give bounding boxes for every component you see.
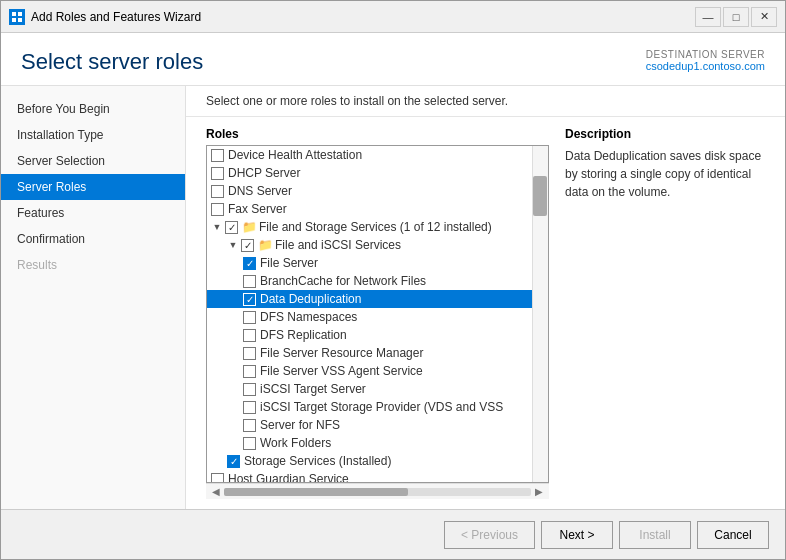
role-label: Work Folders: [260, 436, 331, 450]
checkbox-file-storage[interactable]: [225, 221, 238, 234]
footer: < Previous Next > Install Cancel: [1, 509, 785, 559]
list-item[interactable]: Storage Services (Installed): [207, 452, 532, 470]
role-label: Data Deduplication: [260, 292, 361, 306]
role-label: Host Guardian Service: [228, 472, 349, 483]
expand-icon[interactable]: ▼: [227, 239, 239, 251]
role-label: BranchCache for Network Files: [260, 274, 426, 288]
main-content: Select one or more roles to install on t…: [186, 86, 785, 509]
sidebar: Before You Begin Installation Type Serve…: [1, 86, 186, 509]
role-label: Fax Server: [228, 202, 287, 216]
checkbox-host-guardian[interactable]: [211, 473, 224, 484]
page-title: Select server roles: [21, 49, 203, 75]
window-controls: — □ ✕: [695, 7, 777, 27]
list-item[interactable]: File Server VSS Agent Service: [207, 362, 532, 380]
window-title: Add Roles and Features Wizard: [31, 10, 695, 24]
sidebar-item-server-roles[interactable]: Server Roles: [1, 174, 185, 200]
content-body: Roles Device Health Attestation: [186, 117, 785, 509]
checkbox-storage-services[interactable]: [227, 455, 240, 468]
checkbox-file-iscsi[interactable]: [241, 239, 254, 252]
sidebar-item-server-selection[interactable]: Server Selection: [1, 148, 185, 174]
page-header: Select server roles DESTINATION SERVER c…: [1, 33, 785, 86]
checkbox-work-folders[interactable]: [243, 437, 256, 450]
destination-name: csodedup1.contoso.com: [646, 60, 765, 72]
roles-list: Device Health Attestation DHCP Server: [207, 146, 532, 483]
horizontal-scrollbar[interactable]: ◀ ▶: [206, 483, 549, 499]
role-label: File and Storage Services (1 of 12 insta…: [259, 220, 492, 234]
checkbox-dns[interactable]: [211, 185, 224, 198]
role-label: File Server: [260, 256, 318, 270]
install-button[interactable]: Install: [619, 521, 691, 549]
checkbox-dfs-replication[interactable]: [243, 329, 256, 342]
sidebar-item-results: Results: [1, 252, 185, 278]
minimize-button[interactable]: —: [695, 7, 721, 27]
svg-rect-1: [18, 12, 22, 16]
role-label: DNS Server: [228, 184, 292, 198]
next-button[interactable]: Next >: [541, 521, 613, 549]
checkbox-data-dedup[interactable]: [243, 293, 256, 306]
close-button[interactable]: ✕: [751, 7, 777, 27]
list-item[interactable]: DHCP Server: [207, 164, 532, 182]
list-item[interactable]: Fax Server: [207, 200, 532, 218]
list-item[interactable]: Work Folders: [207, 434, 532, 452]
instruction-text: Select one or more roles to install on t…: [206, 94, 508, 108]
checkbox-vss-agent[interactable]: [243, 365, 256, 378]
sidebar-item-features[interactable]: Features: [1, 200, 185, 226]
list-item[interactable]: DFS Namespaces: [207, 308, 532, 326]
checkbox-file-server[interactable]: [243, 257, 256, 270]
checkbox-nfs[interactable]: [243, 419, 256, 432]
sidebar-item-before-you-begin[interactable]: Before You Begin: [1, 96, 185, 122]
list-item[interactable]: DFS Replication: [207, 326, 532, 344]
role-label: Device Health Attestation: [228, 148, 362, 162]
roles-panel: Roles Device Health Attestation: [206, 127, 549, 499]
list-item[interactable]: File Server Resource Manager: [207, 344, 532, 362]
title-bar: Add Roles and Features Wizard — □ ✕: [1, 1, 785, 33]
window-icon: [9, 9, 25, 25]
role-label: File and iSCSI Services: [275, 238, 401, 252]
list-item[interactable]: Host Guardian Service: [207, 470, 532, 483]
expand-icon[interactable]: ▼: [211, 221, 223, 233]
svg-rect-3: [18, 18, 22, 22]
list-item-data-dedup[interactable]: Data Deduplication: [207, 290, 532, 308]
svg-rect-2: [12, 18, 16, 22]
role-label: iSCSI Target Storage Provider (VDS and V…: [260, 400, 503, 414]
maximize-button[interactable]: □: [723, 7, 749, 27]
list-item[interactable]: Server for NFS: [207, 416, 532, 434]
h-scroll-track[interactable]: [224, 488, 531, 496]
role-label: File Server Resource Manager: [260, 346, 423, 360]
sidebar-item-confirmation[interactable]: Confirmation: [1, 226, 185, 252]
role-label: DHCP Server: [228, 166, 300, 180]
checkbox-dfs-namespaces[interactable]: [243, 311, 256, 324]
list-item[interactable]: ▼ 📁 File and Storage Services (1 of 12 i…: [207, 218, 532, 236]
instruction-bar: Select one or more roles to install on t…: [186, 86, 785, 117]
list-item[interactable]: ▼ 📁 File and iSCSI Services: [207, 236, 532, 254]
role-label: Server for NFS: [260, 418, 340, 432]
cancel-button[interactable]: Cancel: [697, 521, 769, 549]
list-item[interactable]: BranchCache for Network Files: [207, 272, 532, 290]
list-item[interactable]: Device Health Attestation: [207, 146, 532, 164]
checkbox-fsrm[interactable]: [243, 347, 256, 360]
checkbox-iscsi-server[interactable]: [243, 383, 256, 396]
role-label: File Server VSS Agent Service: [260, 364, 423, 378]
destination-server-info: DESTINATION SERVER csodedup1.contoso.com: [646, 49, 765, 72]
checkbox-iscsi-storage[interactable]: [243, 401, 256, 414]
folder-icon: 📁: [242, 220, 256, 234]
roles-list-container[interactable]: Device Health Attestation DHCP Server: [206, 145, 549, 483]
description-text: Data Deduplication saves disk space by s…: [565, 147, 765, 201]
list-item[interactable]: DNS Server: [207, 182, 532, 200]
previous-button[interactable]: < Previous: [444, 521, 535, 549]
list-item[interactable]: iSCSI Target Server: [207, 380, 532, 398]
list-item[interactable]: File Server: [207, 254, 532, 272]
h-scroll-thumb[interactable]: [224, 488, 408, 496]
list-item[interactable]: iSCSI Target Storage Provider (VDS and V…: [207, 398, 532, 416]
description-panel: Description Data Deduplication saves dis…: [565, 127, 765, 499]
checkbox-branchcache[interactable]: [243, 275, 256, 288]
checkbox-dhcp[interactable]: [211, 167, 224, 180]
role-label: Storage Services (Installed): [244, 454, 391, 468]
role-label: iSCSI Target Server: [260, 382, 366, 396]
checkbox-fax[interactable]: [211, 203, 224, 216]
sidebar-item-installation-type[interactable]: Installation Type: [1, 122, 185, 148]
checkbox-device-health[interactable]: [211, 149, 224, 162]
wizard-window: Add Roles and Features Wizard — □ ✕ Sele…: [0, 0, 786, 560]
vertical-scrollbar[interactable]: [532, 146, 548, 482]
description-header: Description: [565, 127, 765, 141]
